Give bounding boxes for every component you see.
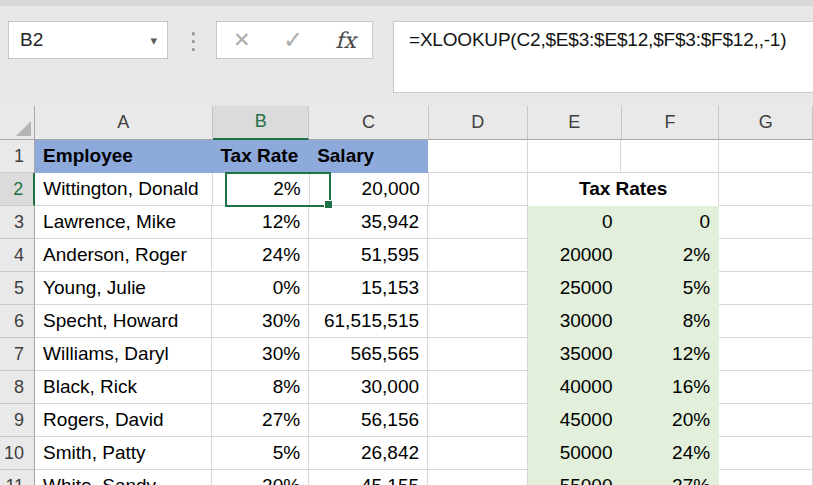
row-header-6[interactable]: 6 bbox=[0, 305, 35, 338]
row-header-2[interactable]: 2 bbox=[0, 173, 35, 206]
row-header-3[interactable]: 3 bbox=[0, 206, 35, 239]
cell-d1[interactable] bbox=[428, 140, 527, 173]
cell-g6[interactable] bbox=[719, 305, 813, 338]
cell-a5[interactable]: Young, Julie bbox=[35, 272, 212, 305]
cell-f6[interactable]: 8% bbox=[621, 305, 719, 338]
cell-e6[interactable]: 30000 bbox=[528, 305, 622, 338]
cell-f1[interactable] bbox=[621, 140, 719, 173]
cell-d11[interactable] bbox=[428, 470, 527, 485]
cell-b3[interactable]: 12% bbox=[212, 206, 309, 239]
cancel-icon[interactable]: ✕ bbox=[233, 28, 251, 52]
cell-e8[interactable]: 40000 bbox=[528, 371, 622, 404]
cell-c11[interactable]: 45,155 bbox=[309, 470, 428, 485]
cell-c9[interactable]: 56,156 bbox=[309, 404, 428, 437]
cell-e9[interactable]: 45000 bbox=[528, 404, 622, 437]
column-header-c[interactable]: C bbox=[309, 106, 428, 140]
cell-g11[interactable] bbox=[719, 470, 813, 485]
column-header-d[interactable]: D bbox=[429, 106, 528, 140]
name-box[interactable]: B2 ▾ bbox=[8, 21, 168, 59]
cell-c3[interactable]: 35,942 bbox=[309, 206, 428, 239]
cell-g1[interactable] bbox=[719, 140, 813, 173]
select-all-button[interactable] bbox=[0, 106, 35, 140]
row-header-5[interactable]: 5 bbox=[0, 272, 35, 305]
cell-a7[interactable]: Williams, Daryl bbox=[35, 338, 212, 371]
row-header-9[interactable]: 9 bbox=[0, 404, 35, 437]
cell-b11[interactable]: 20% bbox=[212, 470, 309, 485]
cell-b2-selected[interactable]: 2% bbox=[213, 173, 310, 206]
name-box-dropdown-icon[interactable]: ▾ bbox=[150, 33, 167, 48]
cell-e3[interactable]: 0 bbox=[528, 206, 622, 239]
cell-g3[interactable] bbox=[719, 206, 813, 239]
row-header-10[interactable]: 10 bbox=[0, 437, 35, 470]
cell-d4[interactable] bbox=[428, 239, 527, 272]
cell-c8[interactable]: 30,000 bbox=[309, 371, 428, 404]
cell-f4[interactable]: 2% bbox=[621, 239, 719, 272]
column-header-e[interactable]: E bbox=[528, 106, 622, 140]
row-header-8[interactable]: 8 bbox=[0, 371, 35, 404]
cell-d7[interactable] bbox=[428, 338, 527, 371]
cell-b1[interactable]: Tax Rate bbox=[212, 140, 309, 173]
cell-d9[interactable] bbox=[428, 404, 527, 437]
column-header-a[interactable]: A bbox=[35, 106, 213, 140]
cell-f8[interactable]: 16% bbox=[621, 371, 719, 404]
cell-a2[interactable]: Wittington, Donald bbox=[35, 173, 213, 206]
cell-e11[interactable]: 55000 bbox=[528, 470, 622, 485]
cell-c10[interactable]: 26,842 bbox=[309, 437, 428, 470]
cell-d6[interactable] bbox=[428, 305, 527, 338]
cell-b8[interactable]: 8% bbox=[212, 371, 309, 404]
cell-b7[interactable]: 30% bbox=[212, 338, 309, 371]
cell-e1[interactable] bbox=[528, 140, 622, 173]
cell-c6[interactable]: 61,515,515 bbox=[309, 305, 428, 338]
cell-f7[interactable]: 12% bbox=[621, 338, 719, 371]
cell-g7[interactable] bbox=[719, 338, 813, 371]
cell-b6[interactable]: 30% bbox=[212, 305, 309, 338]
cell-c4[interactable]: 51,595 bbox=[309, 239, 428, 272]
formula-bar[interactable]: =XLOOKUP(C2,$E$3:$E$12,$F$3:$F$12,,-1) bbox=[393, 21, 813, 93]
column-header-b[interactable]: B bbox=[213, 106, 310, 140]
cell-a9[interactable]: Rogers, David bbox=[35, 404, 212, 437]
cell-e10[interactable]: 50000 bbox=[528, 437, 622, 470]
row-header-4[interactable]: 4 bbox=[0, 239, 35, 272]
cell-c2[interactable]: 20,000 bbox=[310, 173, 429, 206]
cell-b10[interactable]: 5% bbox=[212, 437, 309, 470]
cell-b4[interactable]: 24% bbox=[212, 239, 309, 272]
cell-a11[interactable]: White, Sandy bbox=[35, 470, 212, 485]
cell-g2[interactable] bbox=[719, 173, 813, 206]
cell-a6[interactable]: Specht, Howard bbox=[35, 305, 212, 338]
cell-g4[interactable] bbox=[719, 239, 813, 272]
cell-a3[interactable]: Lawrence, Mike bbox=[35, 206, 212, 239]
cell-b9[interactable]: 27% bbox=[212, 404, 309, 437]
cell-e5[interactable]: 25000 bbox=[528, 272, 622, 305]
cell-f5[interactable]: 5% bbox=[621, 272, 719, 305]
cell-f10[interactable]: 24% bbox=[621, 437, 719, 470]
row-header-11[interactable]: 11 bbox=[0, 470, 35, 485]
cell-g8[interactable] bbox=[719, 371, 813, 404]
cell-g10[interactable] bbox=[719, 437, 813, 470]
enter-icon[interactable]: ✓ bbox=[283, 26, 303, 54]
cell-d8[interactable] bbox=[428, 371, 527, 404]
cell-d10[interactable] bbox=[428, 437, 527, 470]
cell-c7[interactable]: 565,565 bbox=[309, 338, 428, 371]
row-header-7[interactable]: 7 bbox=[0, 338, 35, 371]
cell-c5[interactable]: 15,153 bbox=[309, 272, 428, 305]
column-header-g[interactable]: G bbox=[719, 106, 813, 140]
cell-a1[interactable]: Employee bbox=[35, 140, 212, 173]
cell-g5[interactable] bbox=[719, 272, 813, 305]
cell-d3[interactable] bbox=[428, 206, 527, 239]
insert-function-icon[interactable]: fx bbox=[335, 28, 356, 53]
cell-f11[interactable]: 27% bbox=[621, 470, 719, 485]
cell-e4[interactable]: 20000 bbox=[528, 239, 622, 272]
cell-g9[interactable] bbox=[719, 404, 813, 437]
cell-a8[interactable]: Black, Rick bbox=[35, 371, 212, 404]
cell-d5[interactable] bbox=[428, 272, 527, 305]
cell-f9[interactable]: 20% bbox=[621, 404, 719, 437]
cell-f3[interactable]: 0 bbox=[621, 206, 719, 239]
column-header-f[interactable]: F bbox=[622, 106, 720, 140]
row-header-1[interactable]: 1 bbox=[0, 140, 35, 173]
tax-rates-merged-cell[interactable]: Tax Rates bbox=[528, 173, 719, 206]
cell-b5[interactable]: 0% bbox=[212, 272, 309, 305]
cell-d2[interactable] bbox=[429, 173, 529, 206]
cell-a10[interactable]: Smith, Patty bbox=[35, 437, 212, 470]
cell-e7[interactable]: 35000 bbox=[528, 338, 622, 371]
cell-a4[interactable]: Anderson, Roger bbox=[35, 239, 212, 272]
